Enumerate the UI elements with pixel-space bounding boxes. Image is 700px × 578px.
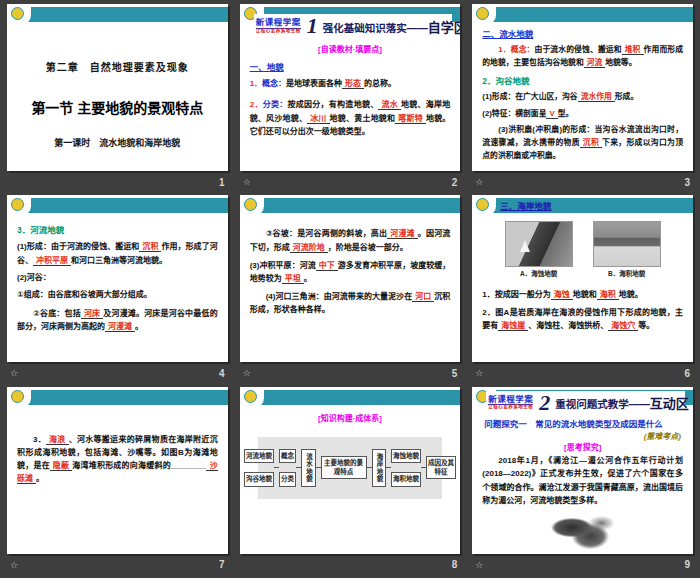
section-number: 2 bbox=[539, 392, 550, 414]
tagline: [自读教材·填要点] bbox=[250, 43, 451, 56]
para: 2．图A是岩质海岸在海浪的侵蚀作用下形成的地貌，主要有海蚀崖、海蚀柱、海蚀拱桥、… bbox=[482, 306, 683, 332]
flow-box: 分类 bbox=[279, 472, 296, 486]
para: 2．分类：按成因分，有构造地貌、流水地貌、海岸地貌、风沙地貌、冰川地貌、黄土地貌… bbox=[250, 98, 451, 138]
sub-heading: 2．沟谷地貌 bbox=[482, 74, 683, 88]
slide-cell-2: 新课程学案 让核心素养落地生根 1 强化基础知识落实——自学区 [自读教材·填要… bbox=[240, 4, 461, 195]
animation-star-icon: ☆ bbox=[475, 560, 483, 570]
photo-row: A．海蚀地貌 B．海积地貌 bbox=[482, 221, 683, 280]
para: (2)河谷： bbox=[17, 271, 218, 284]
slide-number: 9 bbox=[684, 559, 690, 570]
thumb-strip-3: ☆ 3 bbox=[472, 171, 693, 193]
series-logo: 新课程学案 让核心素养落地生根 bbox=[488, 395, 533, 410]
slide-thumbnail-8[interactable]: [知识构建·成体系] 河流地貌 沟谷地貌 概念 分类 流水地貌 主要地貌的景观特… bbox=[240, 387, 461, 554]
case-text: 2018年1月，《澜沧江—湄公河合作五年行动计划(2018—2022)》正式发布… bbox=[482, 454, 683, 508]
animation-star-icon: ☆ bbox=[475, 368, 483, 378]
slide-cell-6: 三、海岸地貌 A．海蚀地貌 B．海积地貌 1．按成因一般分为海蚀地貌和海积地貌。… bbox=[472, 195, 693, 386]
animation-star-icon: ☆ bbox=[243, 177, 251, 187]
lesson-header: 新课程学案 让核心素养落地生根 1 强化基础知识落实——自学区 bbox=[254, 14, 453, 38]
photo-a-caption: A．海蚀地貌 bbox=[505, 269, 573, 280]
lesson-header: 新课程学案 让核心素养落地生根 2 重视问题式教学——互动区 bbox=[486, 391, 685, 415]
thumb-strip-6: ☆ 6 bbox=[472, 362, 693, 384]
slide-thumbnail-7[interactable]: 3．海浪、河水等搬运来的碎屑物质在海岸附近沉积形成海积地貌，包括海滩、沙嘴等。如… bbox=[7, 387, 228, 554]
para: (4)河口三角洲：由河流带来的大量泥沙在河口沉积形成，形状各种各样。 bbox=[250, 290, 451, 316]
basin-model-sketch bbox=[537, 510, 629, 554]
para: (3)洪积扇(冲积扇)的形成：当沟谷水流流出沟口时，流速骤减，流水携带的物质沉积… bbox=[482, 124, 683, 163]
thumb-strip-9: ☆ 9 bbox=[472, 554, 693, 576]
section-heading: 二、流水地貌 bbox=[482, 27, 683, 41]
slide-number: 8 bbox=[452, 559, 458, 570]
flow-box-center: 主要地貌的景观特点 bbox=[321, 456, 367, 479]
section-heading: 三、海岸地貌 bbox=[500, 199, 551, 211]
slide-thumbnail-1[interactable]: 第二章 自然地理要素及现象 第一节 主要地貌的景观特点 第一课时 流水地貌和海岸… bbox=[7, 4, 228, 171]
para: (1)形成：由于河流的侵蚀、搬运和沉积作用，形成了河谷、冲积平原和河口三角洲等河… bbox=[17, 240, 218, 266]
slide-cell-4: 3．河流地貌 (1)形成：由于河流的侵蚀、搬运和沉积作用，形成了河谷、冲积平原和… bbox=[7, 195, 228, 386]
slide-sorter-grid: 第二章 自然地理要素及现象 第一节 主要地貌的景观特点 第一课时 流水地貌和海岸… bbox=[0, 0, 700, 578]
flow-box: 成因及其特征 bbox=[426, 456, 456, 479]
thumb-strip-7: ☆ 7 bbox=[7, 554, 228, 576]
animation-star-icon: ☆ bbox=[10, 368, 18, 378]
slide-number: 7 bbox=[219, 559, 225, 570]
slide-cell-1: 第二章 自然地理要素及现象 第一节 主要地貌的景观特点 第一课时 流水地貌和海岸… bbox=[7, 4, 228, 195]
slide-thumbnail-6[interactable]: 三、海岸地貌 A．海蚀地貌 B．海积地貌 1．按成因一般分为海蚀地貌和海积地貌。… bbox=[472, 195, 693, 362]
sea-cliff-photo bbox=[505, 221, 573, 267]
slide-cell-5: ③谷坡：是河谷两侧的斜坡，高出河漫滩。因河流下切，形成河流阶地，阶地是谷坡一部分… bbox=[240, 195, 461, 386]
flow-box: 沟谷地貌 bbox=[244, 472, 274, 486]
para: 1．按成因一般分为海蚀地貌和海积地貌。 bbox=[482, 288, 683, 301]
slide-thumbnail-2[interactable]: 新课程学案 让核心素养落地生根 1 强化基础知识落实——自学区 [自读教材·填要… bbox=[240, 4, 461, 171]
photo-b-caption: B．海积地貌 bbox=[593, 269, 661, 280]
thumb-strip-8: ☆ 8 bbox=[240, 554, 461, 576]
para: ②谷底：包括河床及河漫滩。河床是河谷中最低的部分，河床两侧为高起的河漫滩。 bbox=[17, 307, 218, 333]
flow-box: 流水地貌 bbox=[301, 449, 315, 487]
sketch-wrap: 某流域地貌模型示意 bbox=[472, 510, 693, 554]
chapter-line: 第二章 自然地理要素及现象 bbox=[17, 60, 218, 77]
knowledge-map: 河流地貌 沟谷地貌 概念 分类 流水地貌 主要地貌的景观特点 海岸地貌 bbox=[258, 437, 443, 499]
sub-heading: 3．河流地貌 bbox=[17, 223, 218, 237]
section-banner: 重视问题式教学——互动区 bbox=[555, 393, 689, 412]
flow-box: 海岸地貌 bbox=[372, 449, 386, 487]
slide-number: 1 bbox=[219, 177, 225, 188]
slide-thumbnail-4[interactable]: 3．河流地貌 (1)形成：由于河流的侵蚀、搬运和沉积作用，形成了河谷、冲积平原和… bbox=[7, 195, 228, 362]
slide-number: 6 bbox=[684, 368, 690, 379]
para: ③谷坡：是河谷两侧的斜坡，高出河漫滩。因河流下切，形成河流阶地，阶地是谷坡一部分… bbox=[250, 227, 451, 253]
para: 1．概念：是地球表面各种形态的总称。 bbox=[250, 77, 451, 90]
para: 1．概念：由于流水的侵蚀、搬运和堆积作用而形成的地貌，主要包括沟谷地貌和河流地貌… bbox=[482, 44, 683, 70]
flow-box: 海积地貌 bbox=[391, 472, 421, 486]
explore-row: 问题探究一 常见的流水地貌类型及成因是什么 bbox=[484, 417, 683, 429]
thumb-strip-1: ☆ 1 bbox=[7, 171, 228, 193]
lesson-title: 第一节 主要地貌的景观特点 bbox=[17, 97, 218, 120]
section-heading: 一、地貌 bbox=[250, 60, 451, 74]
para: (2)特征：横剖面呈V型。 bbox=[482, 108, 683, 121]
slide-cell-7: 3．海浪、河水等搬运来的碎屑物质在海岸附近沉积形成海积地貌，包括海滩、沙嘴等。如… bbox=[7, 387, 228, 578]
thumb-strip-2: ☆ 2 bbox=[240, 171, 461, 193]
thumb-strip-5: ☆ 5 bbox=[240, 362, 461, 384]
slide-number: 4 bbox=[219, 368, 225, 379]
animation-star-icon: ☆ bbox=[10, 560, 18, 570]
para: (3)冲积平原：河流中下游多发育冲积平原，坡度较缓，地势较为平坦。 bbox=[250, 259, 451, 285]
slide-cell-9: 新课程学案 让核心素养落地生根 2 重视问题式教学——互动区 问题探究一 常见的… bbox=[472, 387, 693, 578]
para: 3．海浪、河水等搬运来的碎屑物质在海岸附近沉积形成海积地貌，包括海滩、沙嘴等。如… bbox=[17, 433, 218, 486]
animation-star-icon: ☆ bbox=[475, 177, 483, 187]
slide-cell-8: [知识构建·成体系] 河流地貌 沟谷地貌 概念 分类 流水地貌 主要地貌的景观特… bbox=[240, 387, 461, 578]
para: (1)形成：在广大山区，沟谷流水作用形成。 bbox=[482, 91, 683, 104]
slide-thumbnail-3[interactable]: 二、流水地貌 1．概念：由于流水的侵蚀、搬运和堆积作用而形成的地貌，主要包括沟谷… bbox=[472, 4, 693, 171]
flow-box: 海蚀地貌 bbox=[391, 449, 421, 463]
section-banner: 强化基础知识落实——自学区 bbox=[323, 17, 461, 36]
section-number: 1 bbox=[307, 15, 318, 37]
slide-number: 3 bbox=[684, 177, 690, 188]
animation-star-icon: ☆ bbox=[243, 368, 251, 378]
thumb-strip-4: ☆ 4 bbox=[7, 362, 228, 384]
flow-box: 概念 bbox=[279, 449, 296, 463]
series-logo: 新课程学案 让核心素养落地生根 bbox=[256, 18, 301, 33]
slide-thumbnail-9[interactable]: 新课程学案 让核心素养落地生根 2 重视问题式教学——互动区 问题探究一 常见的… bbox=[472, 387, 693, 554]
tagline: [思考探究] bbox=[472, 441, 693, 452]
slide-cell-3: 二、流水地貌 1．概念：由于流水的侵蚀、搬运和堆积作用而形成的地貌，主要包括沟谷… bbox=[472, 4, 693, 195]
beach-photo bbox=[593, 221, 661, 267]
exam-point-badge: (重难考点) bbox=[472, 430, 681, 441]
slide-thumbnail-5[interactable]: ③谷坡：是河谷两侧的斜坡，高出河漫滩。因河流下切，形成河流阶地，阶地是谷坡一部分… bbox=[240, 195, 461, 362]
flow-box: 河流地貌 bbox=[244, 449, 274, 463]
para: ①组成：由谷底和谷坡两大部分组成。 bbox=[17, 288, 218, 301]
tagline: [知识构建·成体系] bbox=[250, 412, 451, 425]
explore-question: 问题探究一 常见的流水地貌类型及成因是什么 bbox=[484, 417, 663, 429]
lesson-subtitle: 第一课时 流水地貌和海岸地貌 bbox=[17, 136, 218, 151]
slide-number: 2 bbox=[452, 177, 458, 188]
